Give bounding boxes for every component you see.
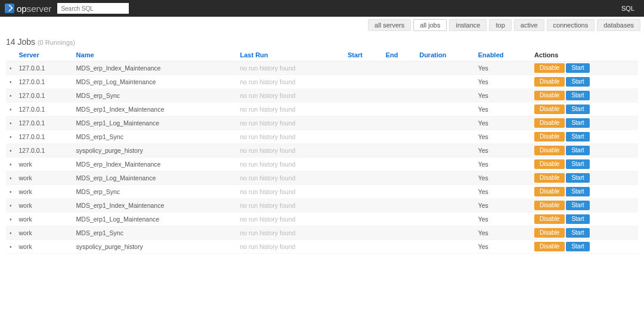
row-lastrun: no run history found bbox=[237, 171, 344, 185]
row-duration bbox=[416, 158, 475, 171]
disable-button[interactable]: Disable bbox=[534, 104, 565, 114]
nav-tab-instance[interactable]: instance bbox=[449, 19, 487, 31]
row-end bbox=[382, 103, 416, 116]
row-server: work bbox=[16, 226, 73, 240]
row-server: work bbox=[16, 185, 73, 199]
row-actions: DisableStart bbox=[531, 116, 638, 130]
start-button[interactable]: Start bbox=[566, 104, 589, 114]
nav-tab-active[interactable]: active bbox=[514, 19, 544, 31]
row-name: MDS_erp1_Sync bbox=[73, 226, 237, 240]
nav-tab-connections[interactable]: connections bbox=[547, 19, 595, 31]
row-enabled: Yes bbox=[475, 103, 531, 116]
row-actions: DisableStart bbox=[531, 75, 638, 89]
logo-text-op: op bbox=[17, 4, 27, 14]
col-enabled[interactable]: Enabled bbox=[475, 49, 531, 62]
disable-button[interactable]: Disable bbox=[534, 132, 565, 142]
disable-button[interactable]: Disable bbox=[534, 242, 565, 251]
start-button[interactable]: Start bbox=[566, 132, 589, 142]
nav-tab-all-jobs[interactable]: all jobs bbox=[413, 19, 447, 31]
start-button[interactable]: Start bbox=[566, 187, 589, 196]
row-lastrun: no run history found bbox=[237, 226, 344, 240]
col-server[interactable]: Server bbox=[16, 49, 73, 62]
table-row: •workMDS_erp1_Index_Maintenanceno run hi… bbox=[6, 199, 638, 213]
row-name: MDS_erp_Index_Maintenance bbox=[73, 158, 237, 171]
disable-button[interactable]: Disable bbox=[534, 77, 565, 87]
nav-tab-all-servers[interactable]: all servers bbox=[368, 19, 411, 31]
row-duration bbox=[416, 171, 475, 185]
row-server: work bbox=[16, 240, 73, 254]
table-row: •127.0.0.1MDS_erp_Log_Maintenanceno run … bbox=[6, 75, 638, 89]
col-duration[interactable]: Duration bbox=[416, 49, 475, 62]
start-button[interactable]: Start bbox=[566, 118, 589, 128]
row-name: syspolicy_purge_history bbox=[73, 240, 237, 254]
row-start bbox=[344, 62, 382, 75]
col-name[interactable]: Name bbox=[73, 49, 237, 62]
row-name: MDS_erp_Log_Maintenance bbox=[73, 75, 237, 89]
disable-button[interactable]: Disable bbox=[534, 228, 565, 238]
search-input[interactable] bbox=[57, 3, 129, 14]
row-actions: DisableStart bbox=[531, 158, 638, 171]
disable-button[interactable]: Disable bbox=[534, 173, 565, 183]
row-bullet-icon: • bbox=[6, 199, 16, 213]
row-bullet-icon: • bbox=[6, 158, 16, 171]
row-actions: DisableStart bbox=[531, 226, 638, 240]
start-button[interactable]: Start bbox=[566, 173, 589, 183]
col-lastrun[interactable]: Last Run bbox=[237, 49, 344, 62]
start-button[interactable]: Start bbox=[566, 242, 589, 251]
disable-button[interactable]: Disable bbox=[534, 63, 565, 73]
row-bullet-icon: • bbox=[6, 171, 16, 185]
page-title: 14 Jobs (0 Runnings) bbox=[6, 37, 638, 47]
row-start bbox=[344, 75, 382, 89]
context-label[interactable]: SQL bbox=[621, 5, 639, 12]
row-lastrun: no run history found bbox=[237, 185, 344, 199]
row-bullet-icon: • bbox=[6, 240, 16, 254]
row-lastrun: no run history found bbox=[237, 144, 344, 158]
row-duration bbox=[416, 144, 475, 158]
row-server: work bbox=[16, 171, 73, 185]
row-duration bbox=[416, 75, 475, 89]
table-row: •workMDS_erp1_Syncno run history foundYe… bbox=[6, 226, 638, 240]
disable-button[interactable]: Disable bbox=[534, 91, 565, 100]
start-button[interactable]: Start bbox=[566, 63, 589, 73]
nav-tab-top[interactable]: top bbox=[489, 19, 511, 31]
row-start bbox=[344, 171, 382, 185]
row-enabled: Yes bbox=[475, 226, 531, 240]
start-button[interactable]: Start bbox=[566, 146, 589, 155]
row-server: 127.0.0.1 bbox=[16, 62, 73, 75]
start-button[interactable]: Start bbox=[566, 228, 589, 238]
start-button[interactable]: Start bbox=[566, 201, 589, 210]
row-start bbox=[344, 199, 382, 213]
row-bullet-icon: • bbox=[6, 213, 16, 226]
disable-button[interactable]: Disable bbox=[534, 159, 565, 169]
table-row: •workMDS_erp_Log_Maintenanceno run histo… bbox=[6, 171, 638, 185]
row-duration bbox=[416, 213, 475, 226]
disable-button[interactable]: Disable bbox=[534, 118, 565, 128]
nav-tab-databases[interactable]: databases bbox=[597, 19, 640, 31]
row-lastrun: no run history found bbox=[237, 130, 344, 144]
start-button[interactable]: Start bbox=[566, 159, 589, 169]
table-row: •127.0.0.1MDS_erp1_Log_Maintenanceno run… bbox=[6, 116, 638, 130]
table-row: •127.0.0.1syspolicy_purge_historyno run … bbox=[6, 144, 638, 158]
row-actions: DisableStart bbox=[531, 213, 638, 226]
row-enabled: Yes bbox=[475, 240, 531, 254]
start-button[interactable]: Start bbox=[566, 91, 589, 100]
disable-button[interactable]: Disable bbox=[534, 201, 565, 210]
row-duration bbox=[416, 103, 475, 116]
disable-button[interactable]: Disable bbox=[534, 187, 565, 196]
row-bullet-icon: • bbox=[6, 116, 16, 130]
disable-button[interactable]: Disable bbox=[534, 214, 565, 224]
col-end[interactable]: End bbox=[382, 49, 416, 62]
row-name: MDS_erp_Index_Maintenance bbox=[73, 62, 237, 75]
table-row: •127.0.0.1MDS_erp_Syncno run history fou… bbox=[6, 89, 638, 103]
disable-button[interactable]: Disable bbox=[534, 146, 565, 155]
row-name: MDS_erp1_Sync bbox=[73, 130, 237, 144]
row-server: work bbox=[16, 213, 73, 226]
col-start[interactable]: Start bbox=[344, 49, 382, 62]
start-button[interactable]: Start bbox=[566, 77, 589, 87]
row-start bbox=[344, 89, 382, 103]
row-start bbox=[344, 226, 382, 240]
row-enabled: Yes bbox=[475, 75, 531, 89]
start-button[interactable]: Start bbox=[566, 214, 589, 224]
app-logo[interactable]: opserver bbox=[5, 4, 51, 14]
row-enabled: Yes bbox=[475, 116, 531, 130]
